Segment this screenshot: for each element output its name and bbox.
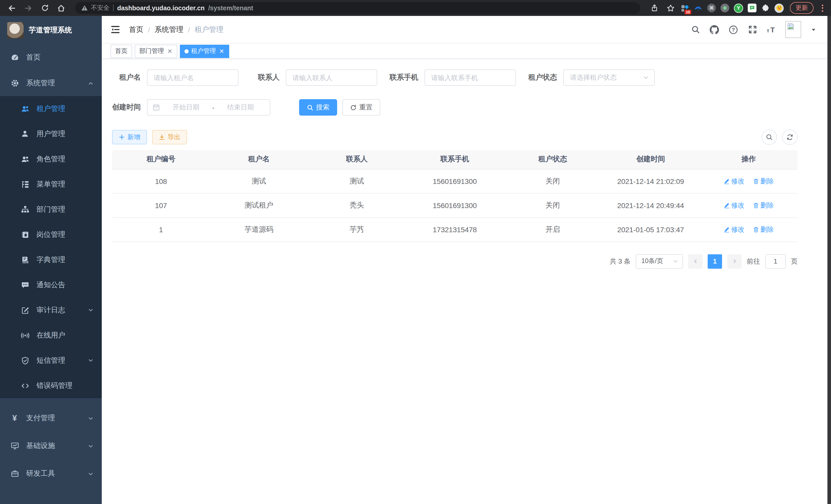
extension-status-dot-icon[interactable] [720, 4, 729, 12]
sidebar-item-home[interactable]: 首页 [0, 45, 102, 70]
export-button[interactable]: 导出 [152, 130, 187, 144]
add-button[interactable]: 新增 [112, 130, 147, 144]
sidebar-bottom-group: ¥ 支付管理 基础设施 [0, 398, 102, 487]
briefcase-icon [10, 469, 19, 478]
fullscreen-icon[interactable] [747, 24, 757, 35]
sidebar: 芋道管理系统 首页 系统管理 [0, 16, 102, 504]
extensions-puzzle-icon[interactable] [761, 4, 770, 12]
github-icon[interactable] [709, 24, 719, 35]
tab-tenant[interactable]: 租户管理 [180, 45, 229, 58]
chevron-down-icon [643, 75, 649, 81]
font-size-icon[interactable]: тT [766, 24, 776, 35]
delete-link[interactable]: 删除 [753, 225, 774, 234]
sidebar-item-dept[interactable]: 部门管理 [0, 197, 102, 222]
breadcrumb: 首页 / 系统管理 / 租户管理 [129, 25, 224, 34]
sidebar-item-role[interactable]: 角色管理 [0, 146, 102, 172]
extension-emoji-icon[interactable] [774, 3, 784, 12]
avatar[interactable] [785, 21, 801, 38]
goto-label: 前往 [747, 257, 760, 266]
reset-button[interactable]: 重置 [342, 99, 380, 116]
extension-y-icon[interactable]: Y [734, 3, 743, 12]
sidebar-item-menu[interactable]: 菜单管理 [0, 172, 102, 197]
breadcrumb-current: 租户管理 [195, 25, 224, 34]
col-created: 创建时间 [602, 150, 700, 169]
sidebar-item-online-users[interactable]: 在线用户 [0, 323, 102, 348]
browser-update-button[interactable]: 更新 [790, 2, 813, 14]
filter-tenant-name: 租户名 [112, 69, 238, 86]
dictionary-book-icon [21, 255, 29, 264]
filter-status: 租户状态 请选择租户状态 [528, 69, 655, 86]
delete-link[interactable]: 删除 [753, 176, 774, 186]
sidebar-item-payment[interactable]: ¥ 支付管理 [0, 404, 102, 432]
close-icon[interactable] [219, 48, 225, 54]
tenant-name-input[interactable] [147, 69, 238, 86]
users-icon [21, 104, 29, 113]
chevron-down-icon [88, 358, 93, 363]
header-search-icon[interactable] [690, 24, 700, 35]
share-icon[interactable] [648, 1, 661, 14]
edit-link[interactable]: 修改 [723, 201, 744, 210]
trash-icon [753, 226, 759, 233]
tab-dept[interactable]: 部门管理 [135, 45, 177, 58]
browser-home-icon[interactable] [55, 1, 68, 14]
breadcrumb-home[interactable]: 首页 [129, 25, 143, 34]
search-button[interactable]: 搜索 [299, 99, 337, 116]
contact-label: 联系人 [251, 73, 286, 82]
sidebar-item-sms[interactable]: 短信管理 [0, 348, 102, 373]
security-indicator[interactable]: 不安全 [81, 4, 110, 12]
start-date-placeholder[interactable]: 开始日期 [162, 103, 210, 112]
avatar-caret-icon[interactable] [811, 27, 816, 32]
sidebar-item-system[interactable]: 系统管理 [0, 70, 102, 96]
sidebar-item-audit-log[interactable]: 审计日志 [0, 297, 102, 323]
sidebar-item-user[interactable]: 用户管理 [0, 121, 102, 146]
sidebar-item-dict[interactable]: 字典管理 [0, 247, 102, 272]
breadcrumb-system[interactable]: 系统管理 [155, 25, 183, 34]
bookmark-star-icon[interactable] [664, 1, 677, 14]
chevron-right-icon [732, 259, 737, 264]
edit-link[interactable]: 修改 [723, 225, 744, 234]
status-select[interactable]: 请选择租户状态 [563, 69, 655, 86]
next-page-button[interactable] [727, 254, 742, 268]
refresh-table-button[interactable] [782, 129, 798, 145]
browser-back-icon[interactable] [5, 1, 19, 14]
filter-contact: 联系人 [251, 69, 377, 86]
sidebar-item-infrastructure[interactable]: 基础设施 [0, 432, 102, 460]
end-date-placeholder[interactable]: 结束日期 [217, 103, 265, 112]
browser-menu-icon[interactable] [819, 4, 826, 11]
sidebar-item-tenant[interactable]: 租户管理 [0, 96, 102, 121]
sidebar-item-notice[interactable]: 通知公告 [0, 272, 102, 297]
tenant-name-label: 租户名 [112, 73, 147, 82]
svg-text:T: T [770, 26, 775, 34]
hide-search-button[interactable] [762, 129, 777, 145]
browser-forward-icon[interactable] [22, 1, 35, 14]
sidebar-item-error-code[interactable]: 错误码管理 [0, 373, 102, 398]
phone-input[interactable] [425, 69, 516, 86]
edit-link[interactable]: 修改 [723, 176, 744, 186]
extension-badge: 10 [685, 10, 691, 14]
signal-icon [21, 331, 29, 339]
address-bar[interactable]: 不安全 dashboard.yudao.iocoder.cn/system/te… [75, 2, 640, 14]
contact-input[interactable] [286, 69, 377, 86]
prev-page-button[interactable] [688, 254, 703, 268]
page-size-select[interactable]: 10条/页 [636, 254, 683, 268]
extension-kite-icon[interactable] [694, 4, 703, 12]
browser-reload-icon[interactable] [38, 1, 51, 14]
sidebar-item-dev-tools[interactable]: 研发工具 [0, 460, 102, 487]
goto-page-input[interactable] [765, 254, 786, 268]
edit-icon [723, 226, 729, 233]
sidebar-item-post[interactable]: 岗位管理 [0, 222, 102, 247]
help-icon[interactable]: ? [728, 24, 739, 35]
sidebar-fold-icon[interactable] [110, 24, 121, 35]
extension-chat-icon[interactable] [748, 4, 756, 12]
tab-home[interactable]: 首页 [111, 45, 132, 58]
search-icon [766, 134, 773, 141]
app-logo[interactable]: 芋道管理系统 [0, 16, 102, 45]
table-tools [762, 129, 798, 145]
extension-tampermonkey-icon[interactable]: 10 [681, 4, 689, 12]
screen: 不安全 dashboard.yudao.iocoder.cn/system/te… [0, 0, 831, 504]
extension-command-icon[interactable]: ⌘ [707, 4, 716, 12]
close-icon[interactable] [167, 48, 173, 54]
date-range-input[interactable]: 开始日期 - 结束日期 [147, 99, 270, 116]
page-number-button[interactable]: 1 [708, 254, 722, 268]
delete-link[interactable]: 删除 [753, 201, 774, 210]
